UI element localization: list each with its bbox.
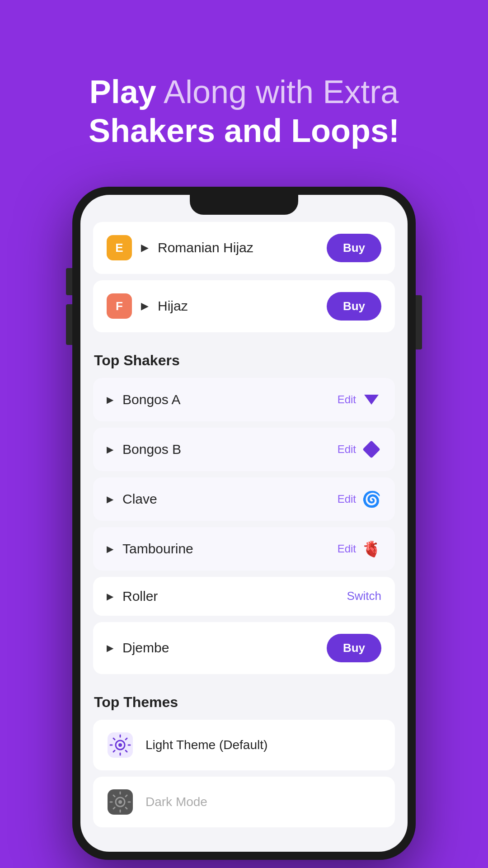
header-rest-line1: Along with Extra [156, 74, 399, 110]
shaker-item-roller: ▶ Roller Switch [93, 577, 395, 616]
spiral-icon: 🌀 [362, 490, 381, 508]
side-buttons-right [416, 295, 422, 349]
dark-theme-name: Dark Mode [145, 795, 207, 809]
clave-right: Edit 🌀 [338, 489, 381, 509]
svg-point-2 [118, 743, 122, 747]
track-e-left: E ▶ Romanian Hijaz [107, 235, 253, 260]
djembe-buy-button[interactable]: Buy [327, 634, 381, 662]
djembe-name: Djembe [122, 640, 169, 656]
shaker-item-tambourine: ▶ Tambourine Edit 🫀 [93, 527, 395, 571]
theme-item-light[interactable]: Light Theme (Default) [93, 720, 395, 770]
tambourine-right: Edit 🫀 [338, 539, 381, 559]
diamond-icon [362, 440, 380, 458]
light-theme-name: Light Theme (Default) [145, 738, 267, 752]
phone-screen: E ▶ Romanian Hijaz Buy F ▶ Hijaz Buy [80, 195, 408, 852]
clave-play-icon[interactable]: ▶ [107, 494, 113, 505]
bongos-b-icon [361, 439, 381, 459]
shaker-clave-left: ▶ Clave [107, 491, 157, 507]
svg-line-18 [113, 795, 115, 797]
svg-line-9 [126, 738, 127, 740]
svg-line-20 [126, 795, 127, 797]
header-title: Play Along with Extra Shakers and Loops! [89, 72, 399, 151]
roller-play-icon[interactable]: ▶ [107, 591, 113, 602]
track-f-play-icon[interactable]: ▶ [141, 300, 149, 312]
bongos-b-right: Edit [338, 439, 381, 459]
roller-name: Roller [122, 589, 158, 604]
dark-theme-icon [106, 788, 135, 816]
bongos-a-icon [361, 390, 381, 410]
bongos-b-edit-label[interactable]: Edit [338, 443, 356, 456]
track-f-buy-button[interactable]: Buy [327, 292, 381, 321]
svg-line-21 [113, 807, 115, 809]
track-f-name: Hijaz [158, 298, 188, 314]
tracks-list: E ▶ Romanian Hijaz Buy F ▶ Hijaz Buy [80, 222, 408, 332]
svg-line-10 [113, 750, 115, 752]
light-theme-icon [106, 731, 135, 760]
clave-name: Clave [122, 491, 157, 507]
header-section: Play Along with Extra Shakers and Loops! [61, 72, 427, 151]
top-shakers-header: Top Shakers [80, 339, 408, 378]
shaker-djembe-left: ▶ Djembe [107, 640, 169, 656]
tambourine-icon: 🫀 [361, 539, 381, 559]
shaker-item-djembe: ▶ Djembe Buy [93, 622, 395, 674]
track-e-badge: E [107, 235, 132, 260]
power-btn [416, 295, 422, 349]
roller-switch-label[interactable]: Switch [347, 589, 381, 603]
header-bold-line2: Shakers and Loops! [89, 113, 399, 149]
roller-right: Switch [347, 589, 381, 603]
clave-icon: 🌀 [361, 489, 381, 509]
bongos-b-name: Bongos B [122, 442, 181, 457]
track-e-play-icon[interactable]: ▶ [141, 242, 149, 254]
track-e-name: Romanian Hijaz [158, 240, 253, 255]
bongos-a-edit-label[interactable]: Edit [338, 393, 356, 406]
screen-content: E ▶ Romanian Hijaz Buy F ▶ Hijaz Buy [80, 195, 408, 852]
shaker-item-clave: ▶ Clave Edit 🌀 [93, 477, 395, 521]
side-buttons-left [66, 268, 72, 345]
phone-frame: E ▶ Romanian Hijaz Buy F ▶ Hijaz Buy [72, 187, 416, 860]
track-item-e: E ▶ Romanian Hijaz Buy [93, 222, 395, 274]
shaker-bongos-b-left: ▶ Bongos B [107, 442, 181, 457]
tambourine-shape-icon: 🫀 [362, 540, 381, 558]
shaker-item-bongos-b: ▶ Bongos B Edit [93, 428, 395, 471]
theme-item-dark[interactable]: Dark Mode [93, 777, 395, 827]
notch [190, 195, 298, 215]
track-e-buy-button[interactable]: Buy [327, 234, 381, 262]
track-f-badge: F [107, 293, 132, 319]
bongos-a-name: Bongos A [122, 392, 180, 407]
tambourine-name: Tambourine [122, 541, 193, 557]
bongos-b-play-icon[interactable]: ▶ [107, 444, 113, 455]
bongos-a-play-icon[interactable]: ▶ [107, 394, 113, 405]
top-themes-header: Top Themes [80, 680, 408, 720]
djembe-right: Buy [327, 634, 381, 662]
shaker-tambourine-left: ▶ Tambourine [107, 541, 193, 557]
header-bold-play: Play [89, 74, 156, 110]
svg-line-8 [126, 750, 127, 752]
shaker-bongos-a-left: ▶ Bongos A [107, 392, 180, 407]
track-item-f: F ▶ Hijaz Buy [93, 280, 395, 332]
tambourine-edit-label[interactable]: Edit [338, 542, 356, 555]
clave-edit-label[interactable]: Edit [338, 493, 356, 505]
triangle-down-icon [364, 395, 379, 405]
svg-line-7 [113, 738, 115, 740]
bongos-a-right: Edit [338, 390, 381, 410]
svg-point-13 [118, 800, 122, 804]
volume-up-btn [66, 268, 72, 295]
volume-down-btn [66, 304, 72, 345]
track-f-left: F ▶ Hijaz [107, 293, 188, 319]
shaker-item-bongos-a: ▶ Bongos A Edit [93, 378, 395, 421]
djembe-play-icon[interactable]: ▶ [107, 642, 113, 653]
tambourine-play-icon[interactable]: ▶ [107, 543, 113, 554]
svg-line-19 [126, 807, 127, 809]
shaker-roller-left: ▶ Roller [107, 589, 158, 604]
